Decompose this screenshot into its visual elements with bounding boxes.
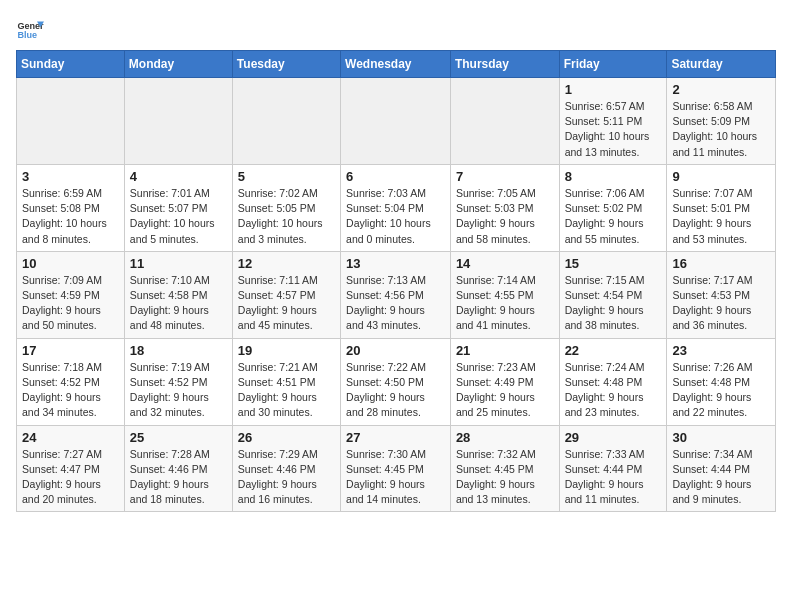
calendar-cell: 11Sunrise: 7:10 AM Sunset: 4:58 PM Dayli… [124, 251, 232, 338]
calendar-cell: 9Sunrise: 7:07 AM Sunset: 5:01 PM Daylig… [667, 164, 776, 251]
logo: General Blue [16, 16, 48, 44]
calendar-header-sunday: Sunday [17, 51, 125, 78]
day-number: 17 [22, 343, 119, 358]
calendar-cell [232, 78, 340, 165]
calendar-cell: 8Sunrise: 7:06 AM Sunset: 5:02 PM Daylig… [559, 164, 667, 251]
calendar-header-friday: Friday [559, 51, 667, 78]
day-info: Sunrise: 7:14 AM Sunset: 4:55 PM Dayligh… [456, 273, 554, 334]
day-number: 24 [22, 430, 119, 445]
calendar-cell [341, 78, 451, 165]
day-info: Sunrise: 7:09 AM Sunset: 4:59 PM Dayligh… [22, 273, 119, 334]
day-info: Sunrise: 7:29 AM Sunset: 4:46 PM Dayligh… [238, 447, 335, 508]
day-number: 10 [22, 256, 119, 271]
day-number: 12 [238, 256, 335, 271]
calendar-cell: 14Sunrise: 7:14 AM Sunset: 4:55 PM Dayli… [450, 251, 559, 338]
day-info: Sunrise: 7:24 AM Sunset: 4:48 PM Dayligh… [565, 360, 662, 421]
calendar-header-thursday: Thursday [450, 51, 559, 78]
day-number: 22 [565, 343, 662, 358]
day-info: Sunrise: 7:32 AM Sunset: 4:45 PM Dayligh… [456, 447, 554, 508]
day-info: Sunrise: 7:19 AM Sunset: 4:52 PM Dayligh… [130, 360, 227, 421]
calendar-cell: 1Sunrise: 6:57 AM Sunset: 5:11 PM Daylig… [559, 78, 667, 165]
calendar-week-4: 17Sunrise: 7:18 AM Sunset: 4:52 PM Dayli… [17, 338, 776, 425]
day-info: Sunrise: 6:58 AM Sunset: 5:09 PM Dayligh… [672, 99, 770, 160]
calendar-header-saturday: Saturday [667, 51, 776, 78]
calendar-cell: 12Sunrise: 7:11 AM Sunset: 4:57 PM Dayli… [232, 251, 340, 338]
day-info: Sunrise: 7:23 AM Sunset: 4:49 PM Dayligh… [456, 360, 554, 421]
day-info: Sunrise: 7:26 AM Sunset: 4:48 PM Dayligh… [672, 360, 770, 421]
day-number: 6 [346, 169, 445, 184]
day-info: Sunrise: 7:06 AM Sunset: 5:02 PM Dayligh… [565, 186, 662, 247]
calendar-body: 1Sunrise: 6:57 AM Sunset: 5:11 PM Daylig… [17, 78, 776, 512]
day-info: Sunrise: 7:15 AM Sunset: 4:54 PM Dayligh… [565, 273, 662, 334]
calendar-cell [124, 78, 232, 165]
day-number: 28 [456, 430, 554, 445]
day-number: 9 [672, 169, 770, 184]
calendar-cell: 17Sunrise: 7:18 AM Sunset: 4:52 PM Dayli… [17, 338, 125, 425]
day-number: 18 [130, 343, 227, 358]
day-info: Sunrise: 7:05 AM Sunset: 5:03 PM Dayligh… [456, 186, 554, 247]
day-number: 3 [22, 169, 119, 184]
day-info: Sunrise: 7:02 AM Sunset: 5:05 PM Dayligh… [238, 186, 335, 247]
calendar-cell: 20Sunrise: 7:22 AM Sunset: 4:50 PM Dayli… [341, 338, 451, 425]
calendar-cell: 23Sunrise: 7:26 AM Sunset: 4:48 PM Dayli… [667, 338, 776, 425]
day-number: 19 [238, 343, 335, 358]
calendar-cell: 29Sunrise: 7:33 AM Sunset: 4:44 PM Dayli… [559, 425, 667, 512]
day-info: Sunrise: 7:11 AM Sunset: 4:57 PM Dayligh… [238, 273, 335, 334]
calendar-cell [450, 78, 559, 165]
day-number: 11 [130, 256, 227, 271]
calendar-cell: 27Sunrise: 7:30 AM Sunset: 4:45 PM Dayli… [341, 425, 451, 512]
day-number: 21 [456, 343, 554, 358]
calendar-cell: 5Sunrise: 7:02 AM Sunset: 5:05 PM Daylig… [232, 164, 340, 251]
calendar-cell: 10Sunrise: 7:09 AM Sunset: 4:59 PM Dayli… [17, 251, 125, 338]
calendar-cell: 6Sunrise: 7:03 AM Sunset: 5:04 PM Daylig… [341, 164, 451, 251]
day-number: 30 [672, 430, 770, 445]
day-number: 14 [456, 256, 554, 271]
calendar-cell: 21Sunrise: 7:23 AM Sunset: 4:49 PM Dayli… [450, 338, 559, 425]
calendar-cell: 28Sunrise: 7:32 AM Sunset: 4:45 PM Dayli… [450, 425, 559, 512]
day-number: 26 [238, 430, 335, 445]
calendar-cell: 18Sunrise: 7:19 AM Sunset: 4:52 PM Dayli… [124, 338, 232, 425]
day-number: 8 [565, 169, 662, 184]
day-number: 20 [346, 343, 445, 358]
calendar-week-5: 24Sunrise: 7:27 AM Sunset: 4:47 PM Dayli… [17, 425, 776, 512]
day-info: Sunrise: 7:27 AM Sunset: 4:47 PM Dayligh… [22, 447, 119, 508]
day-number: 4 [130, 169, 227, 184]
logo-icon: General Blue [16, 16, 44, 44]
calendar-cell: 25Sunrise: 7:28 AM Sunset: 4:46 PM Dayli… [124, 425, 232, 512]
calendar-cell: 2Sunrise: 6:58 AM Sunset: 5:09 PM Daylig… [667, 78, 776, 165]
day-number: 25 [130, 430, 227, 445]
day-info: Sunrise: 7:07 AM Sunset: 5:01 PM Dayligh… [672, 186, 770, 247]
day-info: Sunrise: 7:22 AM Sunset: 4:50 PM Dayligh… [346, 360, 445, 421]
day-number: 5 [238, 169, 335, 184]
day-number: 15 [565, 256, 662, 271]
day-info: Sunrise: 7:33 AM Sunset: 4:44 PM Dayligh… [565, 447, 662, 508]
calendar-cell: 19Sunrise: 7:21 AM Sunset: 4:51 PM Dayli… [232, 338, 340, 425]
calendar-week-3: 10Sunrise: 7:09 AM Sunset: 4:59 PM Dayli… [17, 251, 776, 338]
day-info: Sunrise: 7:03 AM Sunset: 5:04 PM Dayligh… [346, 186, 445, 247]
calendar-header-monday: Monday [124, 51, 232, 78]
day-info: Sunrise: 7:34 AM Sunset: 4:44 PM Dayligh… [672, 447, 770, 508]
calendar-header-wednesday: Wednesday [341, 51, 451, 78]
calendar-cell: 16Sunrise: 7:17 AM Sunset: 4:53 PM Dayli… [667, 251, 776, 338]
svg-text:Blue: Blue [17, 30, 37, 40]
day-info: Sunrise: 7:30 AM Sunset: 4:45 PM Dayligh… [346, 447, 445, 508]
day-number: 1 [565, 82, 662, 97]
day-number: 27 [346, 430, 445, 445]
day-info: Sunrise: 7:13 AM Sunset: 4:56 PM Dayligh… [346, 273, 445, 334]
day-number: 23 [672, 343, 770, 358]
calendar-cell: 15Sunrise: 7:15 AM Sunset: 4:54 PM Dayli… [559, 251, 667, 338]
calendar-cell: 22Sunrise: 7:24 AM Sunset: 4:48 PM Dayli… [559, 338, 667, 425]
calendar-week-2: 3Sunrise: 6:59 AM Sunset: 5:08 PM Daylig… [17, 164, 776, 251]
calendar: SundayMondayTuesdayWednesdayThursdayFrid… [16, 50, 776, 512]
day-number: 16 [672, 256, 770, 271]
day-info: Sunrise: 6:59 AM Sunset: 5:08 PM Dayligh… [22, 186, 119, 247]
calendar-cell: 24Sunrise: 7:27 AM Sunset: 4:47 PM Dayli… [17, 425, 125, 512]
day-number: 7 [456, 169, 554, 184]
calendar-cell: 3Sunrise: 6:59 AM Sunset: 5:08 PM Daylig… [17, 164, 125, 251]
day-number: 2 [672, 82, 770, 97]
calendar-cell: 4Sunrise: 7:01 AM Sunset: 5:07 PM Daylig… [124, 164, 232, 251]
day-info: Sunrise: 7:01 AM Sunset: 5:07 PM Dayligh… [130, 186, 227, 247]
calendar-cell: 7Sunrise: 7:05 AM Sunset: 5:03 PM Daylig… [450, 164, 559, 251]
calendar-cell [17, 78, 125, 165]
day-number: 13 [346, 256, 445, 271]
